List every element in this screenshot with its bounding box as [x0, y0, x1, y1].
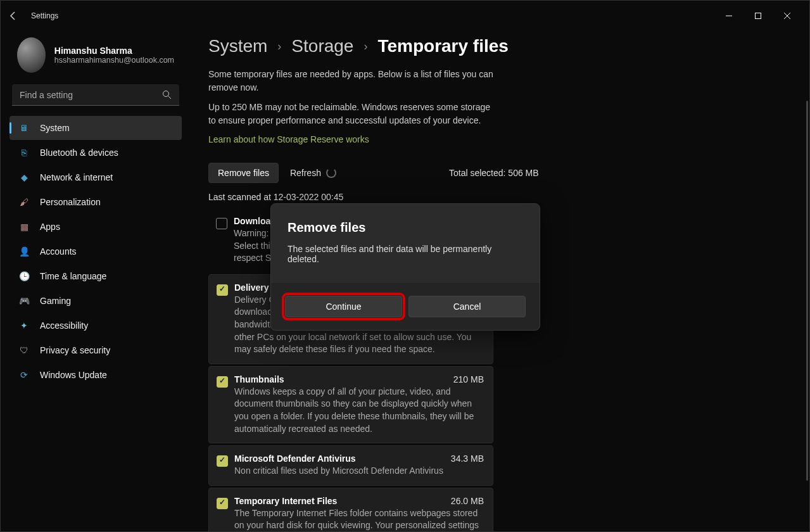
remove-files-dialog: Remove files The selected files and thei… [270, 203, 540, 331]
file-checkbox[interactable] [216, 218, 227, 229]
sidebar-item-label: Personalization [40, 197, 101, 207]
accounts-icon: 👤 [18, 246, 30, 257]
svg-line-5 [168, 96, 172, 99]
close-button[interactable] [773, 6, 802, 26]
dialog-text: The selected files and their data will b… [288, 244, 523, 264]
gaming-icon: 🎮 [18, 295, 30, 307]
sidebar-item-label: Privacy & security [40, 345, 110, 355]
refresh-button[interactable]: Refresh [290, 168, 336, 178]
continue-button[interactable]: Continue [285, 296, 402, 317]
profile-email: hssharmahimanshu@outlook.com [54, 56, 174, 65]
personalization-icon: 🖌 [18, 196, 30, 208]
sidebar-item-label: Apps [40, 222, 60, 232]
remove-files-button[interactable]: Remove files [208, 163, 279, 183]
sidebar-item-gaming[interactable]: 🎮Gaming [9, 289, 182, 313]
sidebar-item-accounts[interactable]: 👤Accounts [9, 239, 182, 263]
file-size: 210 MB [453, 374, 484, 384]
refresh-label: Refresh [290, 168, 321, 178]
sidebar-item-privacy[interactable]: 🛡Privacy & security [9, 338, 182, 362]
maximize-button[interactable] [744, 6, 773, 26]
profile-block[interactable]: Himanshu Sharma hssharmahimanshu@outlook… [6, 31, 186, 84]
privacy-icon: 🛡 [18, 345, 30, 356]
sidebar-item-network[interactable]: ◆Network & internet [9, 165, 182, 189]
breadcrumb-storage[interactable]: Storage [291, 36, 353, 56]
sidebar-item-label: Accessibility [40, 320, 88, 331]
file-checkbox[interactable] [217, 498, 228, 509]
sidebar-item-label: Accounts [40, 246, 77, 256]
nav-list: 🖥System⎘Bluetooth & devices◆Network & in… [6, 116, 186, 387]
back-icon[interactable] [8, 11, 18, 21]
sidebar-item-label: Time & language [40, 271, 106, 281]
search-box [12, 84, 179, 106]
total-selected: Total selected: 506 MB [449, 168, 544, 178]
file-size: 34.3 MB [451, 453, 484, 464]
sidebar-item-label: Network & internet [40, 172, 113, 182]
file-description: Windows keeps a copy of all of your pict… [234, 386, 484, 435]
storage-reserve-link[interactable]: Learn about how Storage Reserve works [208, 134, 369, 144]
titlebar: Settings [1, 1, 809, 31]
avatar [17, 37, 46, 73]
search-input[interactable] [12, 84, 179, 106]
chevron-right-icon: › [277, 40, 281, 53]
breadcrumb-system[interactable]: System [208, 36, 267, 56]
minimize-button[interactable] [714, 6, 744, 26]
time-icon: 🕒 [18, 270, 30, 282]
dialog-title: Remove files [288, 220, 523, 235]
file-checkbox[interactable] [217, 284, 228, 296]
intro-text-1: Some temporary files are needed by apps.… [208, 68, 500, 94]
sidebar-item-label: Gaming [40, 296, 71, 306]
sidebar-item-label: Windows Update [40, 370, 107, 380]
intro-text-2: Up to 250 MB may not be reclaimable. Win… [208, 101, 500, 127]
window-controls [714, 6, 802, 26]
update-icon: ⟳ [18, 369, 30, 381]
svg-rect-1 [756, 13, 761, 19]
network-icon: ◆ [18, 172, 30, 183]
sidebar-item-label: System [40, 123, 70, 133]
accessibility-icon: ✦ [18, 320, 30, 331]
sidebar-item-label: Bluetooth & devices [40, 148, 118, 158]
action-row: Remove files Refresh Total selected: 506… [208, 163, 792, 183]
file-title: Microsoft Defender Antivirus [234, 453, 356, 464]
file-card: Microsoft Defender Antivirus 34.3 MB Non… [208, 445, 493, 486]
file-checkbox[interactable] [217, 455, 228, 467]
sidebar: Himanshu Sharma hssharmahimanshu@outlook… [1, 31, 191, 532]
sidebar-item-personalization[interactable]: 🖌Personalization [9, 190, 182, 214]
breadcrumb: System › Storage › Temporary files [208, 36, 792, 56]
breadcrumb-current: Temporary files [377, 36, 508, 56]
svg-point-4 [163, 91, 169, 97]
apps-icon: ▦ [18, 221, 30, 232]
cancel-button[interactable]: Cancel [408, 296, 526, 317]
file-checkbox[interactable] [217, 376, 228, 388]
sidebar-item-time[interactable]: 🕒Time & language [9, 264, 182, 288]
profile-name: Himanshu Sharma [54, 46, 174, 56]
file-card: Temporary Internet Files 26.0 MB The Tem… [208, 488, 493, 532]
chevron-right-icon: › [364, 40, 367, 53]
bluetooth-icon: ⎘ [18, 147, 30, 158]
sidebar-item-update[interactable]: ⟳Windows Update [9, 363, 182, 387]
sidebar-item-apps[interactable]: ▦Apps [9, 215, 182, 239]
last-scanned: Last scanned at 12-03-2022 00:45 [208, 192, 792, 202]
spinner-icon [326, 168, 336, 178]
file-size: 26.0 MB [451, 496, 484, 506]
scrollbar[interactable] [806, 101, 808, 481]
file-title: Temporary Internet Files [234, 496, 337, 506]
file-description: The Temporary Internet Files folder cont… [234, 507, 484, 532]
file-description: Non critical files used by Microsoft Def… [234, 465, 484, 478]
system-icon: 🖥 [18, 122, 30, 134]
sidebar-item-system[interactable]: 🖥System [9, 116, 182, 140]
sidebar-item-accessibility[interactable]: ✦Accessibility [9, 314, 182, 338]
search-icon[interactable] [162, 90, 172, 102]
file-card: Thumbnails 210 MB Windows keeps a copy o… [208, 366, 493, 443]
file-title: Thumbnails [234, 374, 284, 384]
sidebar-item-bluetooth[interactable]: ⎘Bluetooth & devices [9, 141, 182, 165]
app-title: Settings [31, 11, 58, 20]
